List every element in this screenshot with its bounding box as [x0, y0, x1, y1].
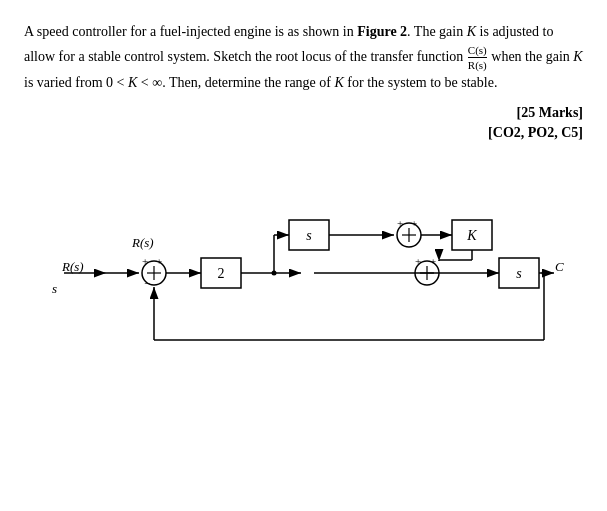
cs-label: C(s): [555, 259, 564, 274]
sum1-minus: −: [144, 277, 150, 289]
gain-K3: K: [128, 75, 137, 90]
block-diagram: R(s) + + − 2 s + +: [44, 155, 564, 385]
gain-K4: K: [335, 75, 344, 90]
rs-block-label: R(s): [131, 235, 154, 250]
rs-label: R(s): [61, 259, 84, 274]
gain-K2: K: [573, 49, 582, 64]
co-line: [CO2, PO2, C5]: [24, 125, 583, 141]
block-s-out-label: s: [516, 266, 522, 281]
sum3-plus-top: +: [411, 217, 417, 229]
block-2-label: 2: [217, 266, 224, 281]
sum2-plus-top: +: [430, 255, 436, 267]
diagram-container: R(s) + + − 2 s + +: [24, 155, 583, 385]
paragraph-text1: A speed controller for a fuel-injected e…: [24, 24, 357, 39]
paragraph-text2: . The gain: [407, 24, 467, 39]
sum2-plus-left: +: [415, 255, 421, 267]
transfer-fraction: C(s)R(s): [468, 44, 487, 71]
sum3-plus-left: +: [397, 217, 403, 229]
paragraph-text7: for the system to be stable.: [344, 75, 498, 90]
text-block: A speed controller for a fuel-injected e…: [24, 20, 583, 95]
sum1-plus-top: +: [156, 255, 162, 267]
sum1-plus-left: +: [142, 255, 148, 267]
s-input-label: s: [52, 281, 57, 296]
block-K-label: K: [466, 228, 477, 243]
gain-K: K: [467, 24, 476, 39]
block-s-mid-label: s: [306, 228, 312, 243]
paragraph-text5: is varied from 0 <: [24, 75, 128, 90]
paragraph-text6: < ∞. Then, determine the range of: [137, 75, 334, 90]
marks-line: [25 Marks]: [24, 105, 583, 121]
figure-ref: Figure 2: [357, 24, 407, 39]
paragraph-text4: when the gain: [488, 49, 574, 64]
